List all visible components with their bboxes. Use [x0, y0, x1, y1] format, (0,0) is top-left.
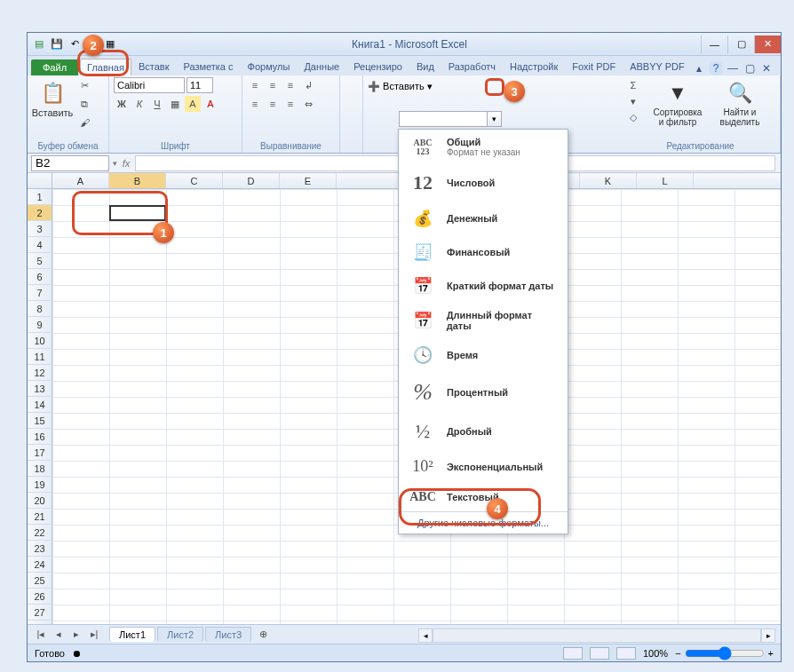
select-all-corner[interactable]: [28, 173, 52, 188]
format-option-7[interactable]: %Процентный: [399, 372, 568, 413]
insert-button[interactable]: ➕ Вставить ▾: [368, 77, 433, 92]
minimize-button[interactable]: —: [701, 36, 727, 53]
doc-max-icon[interactable]: ▢: [742, 61, 757, 75]
view-normal-button[interactable]: [563, 647, 583, 660]
zoom-in-button[interactable]: +: [768, 648, 774, 659]
sheet-tab-3[interactable]: Лист3: [205, 627, 251, 642]
row-14[interactable]: 14: [28, 397, 52, 413]
maximize-button[interactable]: ▢: [727, 36, 754, 53]
align-bot-icon[interactable]: ≡: [282, 77, 298, 93]
align-mid-icon[interactable]: ≡: [265, 77, 281, 93]
fx-icon[interactable]: fx: [117, 158, 135, 169]
number-format-input[interactable]: [399, 111, 488, 127]
underline-button[interactable]: Ч: [149, 96, 165, 112]
row-7[interactable]: 7: [28, 285, 52, 301]
format-option-6[interactable]: 🕓Время: [399, 338, 568, 372]
row-1[interactable]: 1: [28, 189, 52, 205]
row-12[interactable]: 12: [28, 365, 52, 381]
undo-icon[interactable]: ↶: [67, 36, 83, 52]
number-format-dropdown-button[interactable]: ▾: [488, 111, 502, 127]
fill-icon[interactable]: ▾: [625, 93, 641, 109]
view-break-button[interactable]: [616, 647, 636, 660]
row-20[interactable]: 20: [28, 493, 52, 509]
format-option-5[interactable]: 📅Длинный формат даты: [399, 303, 568, 338]
format-painter-icon[interactable]: 🖌: [76, 115, 92, 130]
border-icon[interactable]: ▦: [167, 96, 183, 112]
row-9[interactable]: 9: [28, 317, 52, 333]
zoom-slider[interactable]: [685, 646, 765, 660]
row-13[interactable]: 13: [28, 381, 52, 397]
redo-icon[interactable]: ↷: [84, 36, 100, 52]
col-B[interactable]: B: [109, 173, 166, 188]
row-27[interactable]: 27: [28, 605, 52, 621]
tab-abbyy[interactable]: ABBYY PDF: [623, 58, 692, 75]
font-name-input[interactable]: [114, 77, 185, 93]
align-right-icon[interactable]: ≡: [282, 96, 298, 112]
wrap-icon[interactable]: ↲: [300, 77, 316, 93]
sheet-tab-2[interactable]: Лист2: [157, 627, 203, 642]
view-layout-button[interactable]: [590, 647, 609, 660]
format-option-2[interactable]: 💰Денежный: [399, 202, 568, 235]
tab-addins[interactable]: Надстройк: [503, 58, 565, 75]
merge-icon[interactable]: ⇔: [300, 96, 316, 112]
align-center-icon[interactable]: ≡: [265, 96, 281, 112]
col-E[interactable]: E: [280, 173, 337, 188]
row-26[interactable]: 26: [28, 589, 52, 605]
row-23[interactable]: 23: [28, 541, 52, 557]
zoom-level[interactable]: 100%: [643, 648, 668, 659]
align-top-icon[interactable]: ≡: [247, 77, 263, 93]
tab-foxit[interactable]: Foxit PDF: [565, 58, 623, 75]
row-4[interactable]: 4: [28, 237, 52, 253]
col-D[interactable]: D: [223, 173, 280, 188]
format-option-3[interactable]: 🧾Финансовый: [399, 235, 568, 269]
row-18[interactable]: 18: [28, 461, 52, 477]
align-left-icon[interactable]: ≡: [247, 96, 263, 112]
sheet-prev-icon[interactable]: ◂: [51, 627, 67, 643]
row-8[interactable]: 8: [28, 301, 52, 317]
sheet-next-icon[interactable]: ▸: [68, 627, 84, 643]
name-box[interactable]: [31, 155, 109, 171]
tab-insert[interactable]: Вставк: [131, 58, 177, 75]
col-C[interactable]: C: [166, 173, 223, 188]
help-icon[interactable]: ?: [709, 61, 723, 75]
format-option-9[interactable]: 10²Экспоненциальный: [399, 450, 568, 483]
row-24[interactable]: 24: [28, 557, 52, 573]
font-size-input[interactable]: [187, 77, 213, 93]
row-15[interactable]: 15: [28, 413, 52, 429]
tab-view[interactable]: Вид: [409, 58, 441, 75]
add-sheet-icon[interactable]: ⊕: [255, 627, 271, 643]
row-21[interactable]: 21: [28, 509, 52, 525]
clear-icon[interactable]: ◇: [625, 109, 641, 125]
row-3[interactable]: 3: [28, 221, 52, 237]
number-format-combo[interactable]: ▾: [399, 111, 502, 127]
macro-record-icon[interactable]: ⏺: [72, 648, 82, 659]
tab-review[interactable]: Рецензиро: [346, 58, 409, 75]
sort-filter-button[interactable]: ▼ Сортировка и фильтр: [650, 77, 705, 127]
fill-color-icon[interactable]: A: [185, 96, 201, 112]
row-25[interactable]: 25: [28, 573, 52, 589]
col-A[interactable]: A: [52, 173, 109, 188]
format-option-8[interactable]: ½Дробный: [399, 413, 568, 450]
tab-data[interactable]: Данные: [297, 58, 346, 75]
format-option-1[interactable]: 12Числовой: [399, 164, 568, 202]
ribbon-minimize-icon[interactable]: ▴: [692, 61, 706, 75]
sheet-last-icon[interactable]: ▸|: [86, 627, 102, 643]
sheet-tab-1[interactable]: Лист1: [109, 627, 155, 642]
scroll-left-icon[interactable]: ◂: [418, 629, 433, 643]
find-select-button[interactable]: 🔍 Найти и выделить: [714, 77, 766, 127]
tab-layout[interactable]: Разметка с: [176, 58, 240, 75]
row-2[interactable]: 2: [28, 205, 52, 221]
row-22[interactable]: 22: [28, 525, 52, 541]
doc-close-icon[interactable]: ✕: [759, 61, 774, 75]
row-10[interactable]: 10: [28, 333, 52, 349]
save-icon[interactable]: 💾: [49, 36, 65, 52]
row-6[interactable]: 6: [28, 269, 52, 285]
scroll-right-icon[interactable]: ▸: [761, 629, 775, 643]
tab-dev[interactable]: Разработч: [441, 58, 503, 75]
selected-cell[interactable]: [109, 205, 166, 221]
autosum-icon[interactable]: Σ: [625, 77, 641, 93]
sheet-first-icon[interactable]: |◂: [33, 627, 49, 643]
tab-file[interactable]: Файл: [31, 59, 78, 75]
row-11[interactable]: 11: [28, 349, 52, 365]
qat-extra-icon[interactable]: ▦: [102, 36, 118, 52]
